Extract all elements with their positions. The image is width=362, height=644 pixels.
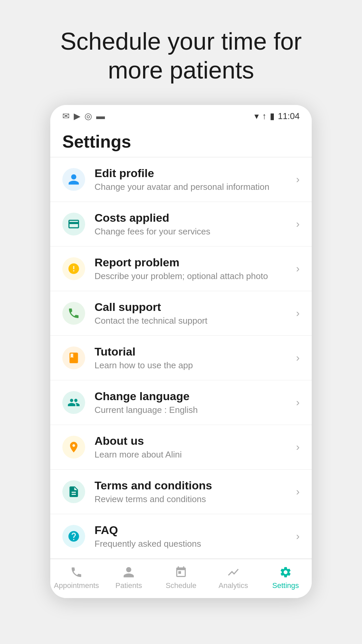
chevron-icon: ›: [296, 262, 300, 275]
about-us-text: About us Learn more about Alini: [95, 434, 292, 460]
chevron-icon: ›: [296, 352, 300, 364]
chevron-icon: ›: [296, 530, 300, 542]
status-icons-left: ✉ ▶ ◎ ▬: [62, 111, 105, 121]
chevron-icon: ›: [296, 307, 300, 319]
settings-nav-icon: [279, 566, 292, 579]
mail-icon: ✉: [62, 111, 70, 121]
chevron-icon: ›: [296, 485, 300, 498]
phone-icon: [62, 302, 85, 325]
terms-conditions-text: Terms and conditions Review terms and co…: [95, 479, 292, 504]
people-icon: [62, 391, 85, 414]
phone-mockup: ✉ ▶ ◎ ▬ ▾ ↑ ▮ 11:04 Settings Edit profil…: [50, 105, 312, 598]
settings-menu-list: Edit profile Change your avatar and pers…: [50, 157, 312, 559]
chevron-icon: ›: [296, 396, 300, 409]
schedule-nav-label: Schedule: [166, 581, 196, 590]
phone-status-icon: ▬: [96, 111, 105, 121]
report-problem-title: Report problem: [95, 256, 292, 269]
edit-profile-subtitle: Change your avatar and personal informat…: [95, 182, 292, 192]
report-problem-subtitle: Describe your problem; optional attach p…: [95, 271, 292, 281]
analytics-nav-icon: [227, 566, 240, 579]
bottom-navigation: Appointments Patients Schedule Analytics: [50, 559, 312, 598]
appointments-nav-label: Appointments: [54, 581, 99, 590]
report-problem-text: Report problem Describe your problem; op…: [95, 256, 292, 281]
warning-icon: [62, 257, 85, 280]
nav-item-appointments[interactable]: Appointments: [50, 566, 103, 590]
status-icons-right: ▾ ↑ ▮ 11:04: [254, 111, 300, 121]
menu-item-terms-conditions[interactable]: Terms and conditions Review terms and co…: [50, 470, 312, 514]
about-us-subtitle: Learn more about Alini: [95, 449, 292, 460]
tutorial-title: Tutorial: [95, 345, 292, 358]
time-display: 11:04: [278, 111, 300, 121]
call-support-text: Call support Contact the technical suppo…: [95, 301, 292, 326]
battery-icon: ▮: [270, 111, 275, 121]
patients-nav-icon: [122, 566, 135, 579]
page-header: Schedule your time for more patients: [0, 0, 362, 105]
analytics-nav-label: Analytics: [219, 581, 248, 590]
document-icon: [62, 480, 85, 503]
change-language-text: Change language Current language : Engli…: [95, 390, 292, 415]
nav-item-settings[interactable]: Settings: [259, 566, 312, 590]
costs-applied-text: Costs applied Change fees for your servi…: [95, 211, 292, 237]
chevron-icon: ›: [296, 173, 300, 185]
terms-conditions-subtitle: Review terms and conditions: [95, 494, 292, 504]
call-support-title: Call support: [95, 301, 292, 314]
menu-item-change-language[interactable]: Change language Current language : Engli…: [50, 380, 312, 425]
signal-icon: ↑: [262, 111, 266, 121]
about-us-title: About us: [95, 434, 292, 447]
person-icon: [62, 168, 85, 191]
edit-profile-title: Edit profile: [95, 167, 292, 180]
settings-heading: Settings: [50, 125, 312, 157]
costs-applied-subtitle: Change fees for your services: [95, 226, 292, 237]
faq-title: FAQ: [95, 524, 292, 537]
question-icon: [62, 525, 85, 548]
nav-item-patients[interactable]: Patients: [103, 566, 155, 590]
play-icon: ▶: [74, 111, 80, 121]
edit-profile-text: Edit profile Change your avatar and pers…: [95, 167, 292, 192]
page-title: Schedule your time for more patients: [13, 27, 349, 85]
tutorial-text: Tutorial Learn how to use the app: [95, 345, 292, 371]
menu-item-faq[interactable]: FAQ Frequently asked questions ›: [50, 514, 312, 559]
schedule-nav-icon: [175, 566, 187, 579]
faq-text: FAQ Frequently asked questions: [95, 524, 292, 549]
nav-item-schedule[interactable]: Schedule: [155, 566, 207, 590]
chevron-icon: ›: [296, 218, 300, 230]
nav-item-analytics[interactable]: Analytics: [207, 566, 259, 590]
change-language-title: Change language: [95, 390, 292, 403]
location-icon: [62, 436, 85, 459]
terms-conditions-title: Terms and conditions: [95, 479, 292, 492]
card-icon: [62, 213, 85, 235]
status-bar: ✉ ▶ ◎ ▬ ▾ ↑ ▮ 11:04: [50, 105, 312, 125]
chevron-icon: ›: [296, 441, 300, 453]
menu-item-costs-applied[interactable]: Costs applied Change fees for your servi…: [50, 202, 312, 247]
change-language-subtitle: Current language : English: [95, 405, 292, 415]
tutorial-subtitle: Learn how to use the app: [95, 360, 292, 371]
book-icon: [62, 346, 85, 369]
patients-nav-label: Patients: [115, 581, 142, 590]
phone-nav-icon: [70, 566, 83, 579]
menu-item-call-support[interactable]: Call support Contact the technical suppo…: [50, 291, 312, 336]
menu-item-report-problem[interactable]: Report problem Describe your problem; op…: [50, 247, 312, 291]
circle-icon: ◎: [84, 111, 92, 121]
faq-subtitle: Frequently asked questions: [95, 539, 292, 549]
menu-item-about-us[interactable]: About us Learn more about Alini ›: [50, 425, 312, 470]
wifi-icon: ▾: [254, 111, 259, 121]
menu-item-edit-profile[interactable]: Edit profile Change your avatar and pers…: [50, 157, 312, 202]
settings-nav-label: Settings: [272, 581, 299, 590]
menu-item-tutorial[interactable]: Tutorial Learn how to use the app ›: [50, 336, 312, 380]
call-support-subtitle: Contact the technical support: [95, 316, 292, 326]
costs-applied-title: Costs applied: [95, 211, 292, 224]
